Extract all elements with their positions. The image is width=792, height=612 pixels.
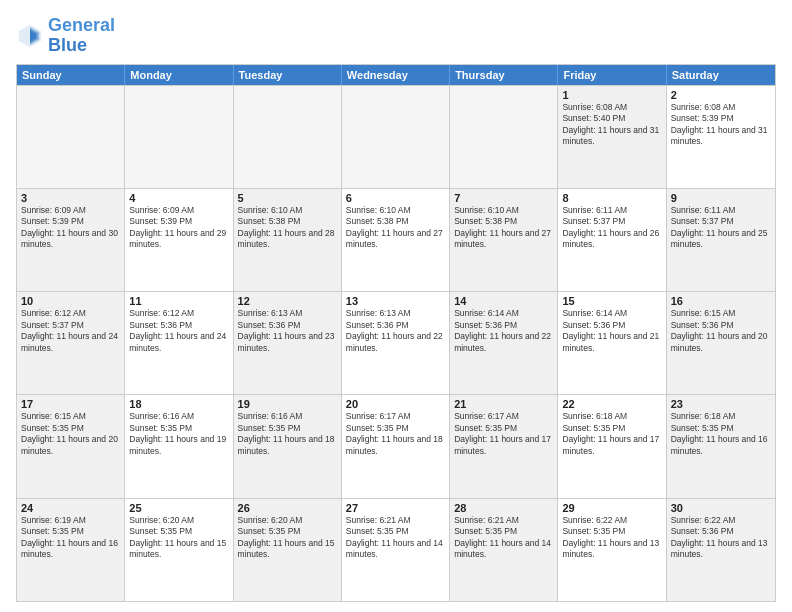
cal-cell: 10Sunrise: 6:12 AM Sunset: 5:37 PM Dayli… [17, 292, 125, 394]
cal-cell: 18Sunrise: 6:16 AM Sunset: 5:35 PM Dayli… [125, 395, 233, 497]
day-number: 28 [454, 502, 553, 514]
cell-info: Sunrise: 6:14 AM Sunset: 5:36 PM Dayligh… [562, 308, 661, 354]
cal-cell: 4Sunrise: 6:09 AM Sunset: 5:39 PM Daylig… [125, 189, 233, 291]
calendar: SundayMondayTuesdayWednesdayThursdayFrid… [16, 64, 776, 602]
cal-cell: 23Sunrise: 6:18 AM Sunset: 5:35 PM Dayli… [667, 395, 775, 497]
cal-cell: 13Sunrise: 6:13 AM Sunset: 5:36 PM Dayli… [342, 292, 450, 394]
cal-cell: 25Sunrise: 6:20 AM Sunset: 5:35 PM Dayli… [125, 499, 233, 601]
cal-header-cell: Friday [558, 65, 666, 85]
cal-cell: 22Sunrise: 6:18 AM Sunset: 5:35 PM Dayli… [558, 395, 666, 497]
day-number: 11 [129, 295, 228, 307]
cal-cell: 20Sunrise: 6:17 AM Sunset: 5:35 PM Dayli… [342, 395, 450, 497]
cal-cell [450, 86, 558, 188]
cell-info: Sunrise: 6:22 AM Sunset: 5:36 PM Dayligh… [671, 515, 771, 561]
day-number: 22 [562, 398, 661, 410]
cal-cell: 14Sunrise: 6:14 AM Sunset: 5:36 PM Dayli… [450, 292, 558, 394]
cal-header-cell: Tuesday [234, 65, 342, 85]
cal-cell: 24Sunrise: 6:19 AM Sunset: 5:35 PM Dayli… [17, 499, 125, 601]
day-number: 18 [129, 398, 228, 410]
cal-cell: 2Sunrise: 6:08 AM Sunset: 5:39 PM Daylig… [667, 86, 775, 188]
cell-info: Sunrise: 6:09 AM Sunset: 5:39 PM Dayligh… [21, 205, 120, 251]
day-number: 19 [238, 398, 337, 410]
cell-info: Sunrise: 6:16 AM Sunset: 5:35 PM Dayligh… [129, 411, 228, 457]
cal-row: 24Sunrise: 6:19 AM Sunset: 5:35 PM Dayli… [17, 498, 775, 601]
cal-cell: 27Sunrise: 6:21 AM Sunset: 5:35 PM Dayli… [342, 499, 450, 601]
day-number: 23 [671, 398, 771, 410]
day-number: 13 [346, 295, 445, 307]
day-number: 25 [129, 502, 228, 514]
cell-info: Sunrise: 6:17 AM Sunset: 5:35 PM Dayligh… [346, 411, 445, 457]
day-number: 3 [21, 192, 120, 204]
cell-info: Sunrise: 6:10 AM Sunset: 5:38 PM Dayligh… [238, 205, 337, 251]
cal-row: 3Sunrise: 6:09 AM Sunset: 5:39 PM Daylig… [17, 188, 775, 291]
day-number: 24 [21, 502, 120, 514]
cal-cell [125, 86, 233, 188]
cell-info: Sunrise: 6:13 AM Sunset: 5:36 PM Dayligh… [346, 308, 445, 354]
day-number: 2 [671, 89, 771, 101]
cell-info: Sunrise: 6:21 AM Sunset: 5:35 PM Dayligh… [454, 515, 553, 561]
cal-header-cell: Thursday [450, 65, 558, 85]
day-number: 10 [21, 295, 120, 307]
cell-info: Sunrise: 6:16 AM Sunset: 5:35 PM Dayligh… [238, 411, 337, 457]
cal-cell [342, 86, 450, 188]
cell-info: Sunrise: 6:08 AM Sunset: 5:40 PM Dayligh… [562, 102, 661, 148]
cal-cell: 5Sunrise: 6:10 AM Sunset: 5:38 PM Daylig… [234, 189, 342, 291]
cell-info: Sunrise: 6:17 AM Sunset: 5:35 PM Dayligh… [454, 411, 553, 457]
cal-cell: 6Sunrise: 6:10 AM Sunset: 5:38 PM Daylig… [342, 189, 450, 291]
day-number: 6 [346, 192, 445, 204]
cal-row: 1Sunrise: 6:08 AM Sunset: 5:40 PM Daylig… [17, 85, 775, 188]
cell-info: Sunrise: 6:18 AM Sunset: 5:35 PM Dayligh… [562, 411, 661, 457]
cell-info: Sunrise: 6:15 AM Sunset: 5:35 PM Dayligh… [21, 411, 120, 457]
cal-cell: 7Sunrise: 6:10 AM Sunset: 5:38 PM Daylig… [450, 189, 558, 291]
day-number: 8 [562, 192, 661, 204]
cell-info: Sunrise: 6:10 AM Sunset: 5:38 PM Dayligh… [454, 205, 553, 251]
cell-info: Sunrise: 6:22 AM Sunset: 5:35 PM Dayligh… [562, 515, 661, 561]
cal-cell: 1Sunrise: 6:08 AM Sunset: 5:40 PM Daylig… [558, 86, 666, 188]
cal-header-cell: Monday [125, 65, 233, 85]
day-number: 5 [238, 192, 337, 204]
cal-row: 17Sunrise: 6:15 AM Sunset: 5:35 PM Dayli… [17, 394, 775, 497]
day-number: 12 [238, 295, 337, 307]
cal-header-cell: Sunday [17, 65, 125, 85]
cell-info: Sunrise: 6:09 AM Sunset: 5:39 PM Dayligh… [129, 205, 228, 251]
cell-info: Sunrise: 6:21 AM Sunset: 5:35 PM Dayligh… [346, 515, 445, 561]
day-number: 17 [21, 398, 120, 410]
cell-info: Sunrise: 6:19 AM Sunset: 5:35 PM Dayligh… [21, 515, 120, 561]
cal-cell [234, 86, 342, 188]
cal-cell: 29Sunrise: 6:22 AM Sunset: 5:35 PM Dayli… [558, 499, 666, 601]
cal-cell: 8Sunrise: 6:11 AM Sunset: 5:37 PM Daylig… [558, 189, 666, 291]
cell-info: Sunrise: 6:15 AM Sunset: 5:36 PM Dayligh… [671, 308, 771, 354]
cell-info: Sunrise: 6:10 AM Sunset: 5:38 PM Dayligh… [346, 205, 445, 251]
logo: General Blue [16, 16, 115, 56]
cell-info: Sunrise: 6:13 AM Sunset: 5:36 PM Dayligh… [238, 308, 337, 354]
cal-cell: 12Sunrise: 6:13 AM Sunset: 5:36 PM Dayli… [234, 292, 342, 394]
day-number: 14 [454, 295, 553, 307]
cell-info: Sunrise: 6:18 AM Sunset: 5:35 PM Dayligh… [671, 411, 771, 457]
day-number: 16 [671, 295, 771, 307]
day-number: 29 [562, 502, 661, 514]
calendar-header: SundayMondayTuesdayWednesdayThursdayFrid… [17, 65, 775, 85]
header: General Blue [16, 16, 776, 56]
day-number: 26 [238, 502, 337, 514]
cell-info: Sunrise: 6:14 AM Sunset: 5:36 PM Dayligh… [454, 308, 553, 354]
day-number: 7 [454, 192, 553, 204]
day-number: 15 [562, 295, 661, 307]
cal-cell: 15Sunrise: 6:14 AM Sunset: 5:36 PM Dayli… [558, 292, 666, 394]
cal-cell: 30Sunrise: 6:22 AM Sunset: 5:36 PM Dayli… [667, 499, 775, 601]
day-number: 9 [671, 192, 771, 204]
cell-info: Sunrise: 6:12 AM Sunset: 5:37 PM Dayligh… [21, 308, 120, 354]
cal-cell: 21Sunrise: 6:17 AM Sunset: 5:35 PM Dayli… [450, 395, 558, 497]
cal-cell: 17Sunrise: 6:15 AM Sunset: 5:35 PM Dayli… [17, 395, 125, 497]
cell-info: Sunrise: 6:08 AM Sunset: 5:39 PM Dayligh… [671, 102, 771, 148]
page: General Blue SundayMondayTuesdayWednesda… [0, 0, 792, 612]
cal-header-cell: Saturday [667, 65, 775, 85]
cal-cell: 16Sunrise: 6:15 AM Sunset: 5:36 PM Dayli… [667, 292, 775, 394]
cell-info: Sunrise: 6:11 AM Sunset: 5:37 PM Dayligh… [671, 205, 771, 251]
cell-info: Sunrise: 6:20 AM Sunset: 5:35 PM Dayligh… [129, 515, 228, 561]
calendar-body: 1Sunrise: 6:08 AM Sunset: 5:40 PM Daylig… [17, 85, 775, 601]
day-number: 21 [454, 398, 553, 410]
cell-info: Sunrise: 6:11 AM Sunset: 5:37 PM Dayligh… [562, 205, 661, 251]
cell-info: Sunrise: 6:20 AM Sunset: 5:35 PM Dayligh… [238, 515, 337, 561]
day-number: 20 [346, 398, 445, 410]
day-number: 4 [129, 192, 228, 204]
